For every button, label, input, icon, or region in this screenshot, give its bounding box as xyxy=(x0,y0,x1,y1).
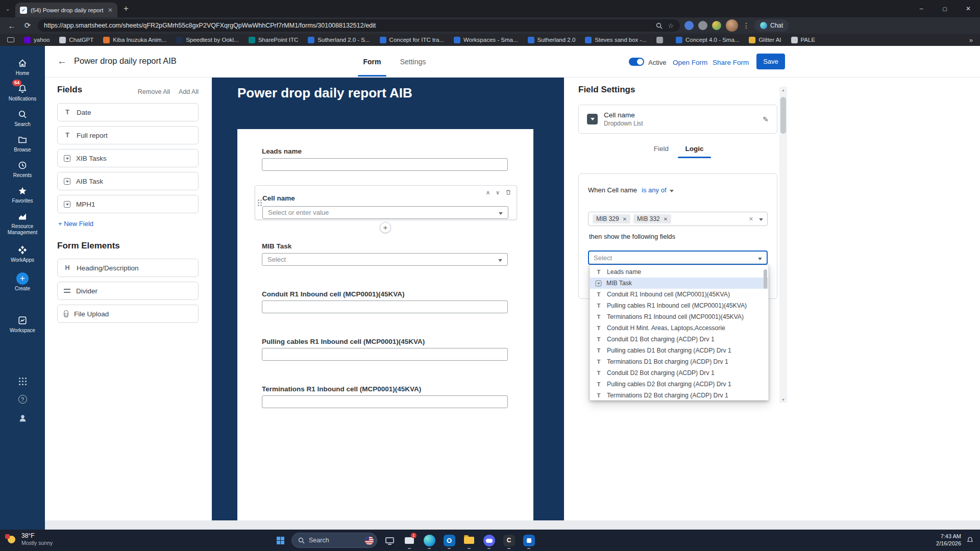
start-button[interactable] xyxy=(274,532,287,549)
new-field-link[interactable]: + New Field xyxy=(58,220,199,228)
browser-menu-icon[interactable] xyxy=(743,21,750,30)
bookmark-item[interactable]: Kiba Inuzuka Anim... xyxy=(103,37,166,43)
condition-dropdown[interactable]: is any of xyxy=(642,186,673,194)
sidebar-item-create[interactable]: Create xyxy=(0,272,45,292)
selected-field-block[interactable]: Cell name Select or enter value xyxy=(255,185,517,220)
tab-logic[interactable]: Logic xyxy=(678,140,711,157)
dropdown-scrollbar[interactable] xyxy=(764,269,767,289)
browser-refresh-button[interactable] xyxy=(22,21,33,30)
dropdown-option[interactable]: Pulling cables R1 Inbound cell (MCP0001)… xyxy=(590,300,768,311)
dropdown-option[interactable]: Conduit H Mint. Areas, Laptops,Accessori… xyxy=(590,322,768,334)
tab-field[interactable]: Field xyxy=(645,140,678,157)
bookmark-item[interactable]: Glitter AI xyxy=(749,37,781,43)
tab-settings[interactable]: Settings xyxy=(397,46,429,77)
form-element-item[interactable]: Divider xyxy=(57,282,199,300)
form-element-item[interactable]: File Upload xyxy=(57,305,199,323)
form-element-item[interactable]: Heading/Description xyxy=(57,259,199,277)
edge-icon[interactable] xyxy=(422,532,437,549)
bookmark-item[interactable]: yahoo xyxy=(24,37,50,43)
outlook-icon[interactable]: O xyxy=(442,532,457,549)
zoom-icon[interactable] xyxy=(656,22,663,29)
sidebar-item-workapps[interactable]: WorkApps xyxy=(0,244,45,263)
account-icon[interactable] xyxy=(0,413,45,423)
delete-field-icon[interactable] xyxy=(505,189,511,196)
dropdown-option[interactable]: Terminations D1 Bot charging (ACDP) Drv … xyxy=(590,356,768,367)
bookmark-item[interactable]: Concept for ITC tra... xyxy=(380,37,444,43)
system-tray[interactable]: 7:43 AM 2/16/2026 xyxy=(936,533,974,547)
sidebar-item-notifications[interactable]: 54 Notifications xyxy=(0,83,45,102)
remove-all-link[interactable]: Remove All xyxy=(138,88,170,95)
bookmarks-overflow-icon[interactable] xyxy=(969,36,973,44)
tab-close-icon[interactable] xyxy=(108,7,113,14)
mib-task-select[interactable]: Select xyxy=(262,253,508,266)
mail-app-icon[interactable]: 1 xyxy=(402,532,417,549)
dropdown-option[interactable]: Terminations R1 Inbound cell (MCP0001)(4… xyxy=(590,311,768,322)
extension-icon[interactable] xyxy=(712,21,721,30)
move-down-icon[interactable] xyxy=(496,189,500,196)
share-form-link[interactable]: Share Form xyxy=(713,59,749,66)
chevron-down-icon[interactable] xyxy=(759,216,763,222)
dropdown-option[interactable]: Leads name xyxy=(590,266,768,278)
field-list-item[interactable]: AIB Task xyxy=(57,172,199,190)
conduit-input[interactable] xyxy=(262,300,508,313)
panel-scrollbar[interactable] xyxy=(779,87,787,403)
extension-icon[interactable] xyxy=(698,21,707,30)
discord-icon[interactable] xyxy=(481,532,497,549)
field-list-item[interactable]: MPH1 xyxy=(57,195,199,213)
browser-back-button[interactable] xyxy=(6,21,17,30)
help-icon[interactable] xyxy=(0,395,45,404)
bookmark-star-icon[interactable] xyxy=(668,22,674,30)
device-bookmark-icon[interactable] xyxy=(7,37,14,42)
sidebar-item-recents[interactable]: Recents xyxy=(0,159,45,179)
selected-field-card[interactable]: Cell name Dropdown List xyxy=(578,105,777,134)
leads-name-input[interactable] xyxy=(262,158,508,171)
field-list-item[interactable]: XIB Tasks xyxy=(57,149,199,167)
bookmark-item[interactable]: ChatGPT xyxy=(59,37,93,43)
sidebar-item-workspace[interactable]: Workspace xyxy=(0,314,45,334)
window-close-button[interactable] xyxy=(957,0,980,17)
add-all-link[interactable]: Add All xyxy=(179,88,199,95)
window-maximize-button[interactable] xyxy=(933,0,957,17)
bookmark-item[interactable]: Sutherland 2.0 xyxy=(528,37,576,43)
bookmark-item[interactable]: SharePoint ITC xyxy=(249,37,299,43)
drag-handle-icon[interactable] xyxy=(258,199,259,201)
sidebar-item-resource-management[interactable]: Resource Management xyxy=(0,210,45,236)
condition-values-input[interactable]: MIB 329 MIB 332 xyxy=(588,212,768,226)
app-icon-blue[interactable] xyxy=(521,532,536,549)
move-up-icon[interactable] xyxy=(486,189,490,196)
bookmark-item[interactable] xyxy=(656,37,666,43)
address-bar[interactable]: https://app.smartsheet.com/sheets/qFR2pG… xyxy=(38,19,680,32)
scroll-up-icon[interactable] xyxy=(779,87,787,93)
dropdown-option[interactable]: Conduit D1 Bot charging (ACDP) Drv 1 xyxy=(590,334,768,345)
value-chip[interactable]: MIB 332 xyxy=(633,214,671,223)
back-button[interactable] xyxy=(57,56,67,67)
browser-tab[interactable]: (54) Power drop daily report AIB - xyxy=(15,3,117,17)
sidebar-item-search[interactable]: Search xyxy=(0,108,45,128)
profile-avatar[interactable] xyxy=(726,19,738,32)
dropdown-option[interactable]: Pulling cables D1 Bot charging (ACDP) Dr… xyxy=(590,345,768,356)
app-icon-dark[interactable]: C xyxy=(501,532,517,549)
chip-remove-icon[interactable] xyxy=(623,216,627,222)
chat-button[interactable]: Chat xyxy=(754,19,789,32)
pulling-cables-input[interactable] xyxy=(262,348,508,361)
chip-remove-icon[interactable] xyxy=(664,216,668,222)
device-app-icon[interactable] xyxy=(382,532,397,549)
scrollbar-thumb[interactable] xyxy=(780,97,786,134)
chevron-down-icon[interactable] xyxy=(758,254,762,262)
dropdown-option[interactable]: Terminations D2 Bot charging (ACDP) Drv … xyxy=(590,390,768,400)
show-fields-select[interactable]: Select xyxy=(588,251,768,265)
dropdown-option[interactable]: Conduit R1 Inbound cell (MCP0001)(45KVA) xyxy=(590,289,768,300)
bookmark-item[interactable]: Speedtest by Ookl... xyxy=(176,37,239,43)
bookmark-item[interactable]: Workspaces - Sma... xyxy=(454,37,518,43)
bookmark-item[interactable]: Sutherland 2.0 - S... xyxy=(308,37,370,43)
apps-grid-icon[interactable] xyxy=(0,377,45,385)
dropdown-option[interactable]: Pulling cables D2 Bot charging (ACDP) Dr… xyxy=(590,379,768,390)
window-minimize-button[interactable] xyxy=(910,0,933,17)
taskbar-search[interactable]: Search xyxy=(291,533,377,548)
extension-icon[interactable] xyxy=(684,21,694,30)
field-list-item[interactable]: Date xyxy=(57,103,199,121)
tab-search-icon[interactable] xyxy=(0,6,15,12)
new-tab-button[interactable] xyxy=(124,4,129,14)
file-explorer-icon[interactable] xyxy=(461,532,477,549)
value-chip[interactable]: MIB 329 xyxy=(593,214,630,223)
